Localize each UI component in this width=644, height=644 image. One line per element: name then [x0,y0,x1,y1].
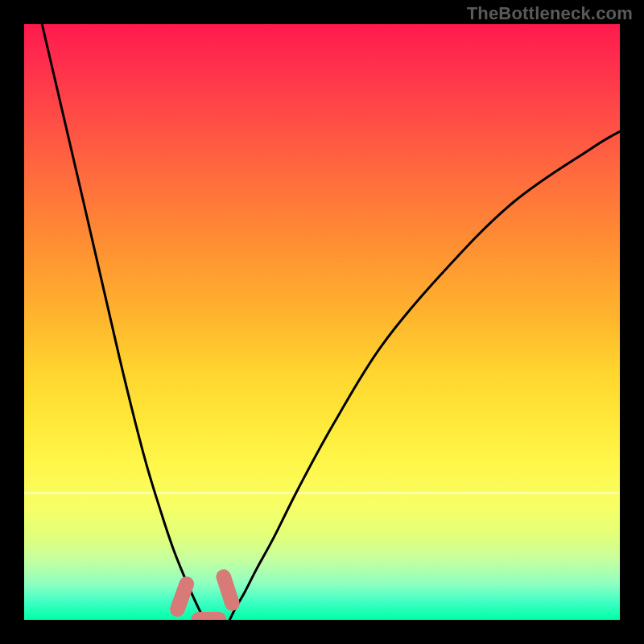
plot-area [24,24,620,620]
chart-frame: TheBottleneck.com [0,0,644,644]
curves [42,24,620,620]
right-curve [229,131,620,620]
watermark: TheBottleneck.com [467,3,633,24]
curve-layer [24,24,620,620]
right-tail-marker-1 [214,568,242,613]
left-curve [42,24,204,620]
markers [168,568,242,620]
valley-marker [191,612,226,620]
